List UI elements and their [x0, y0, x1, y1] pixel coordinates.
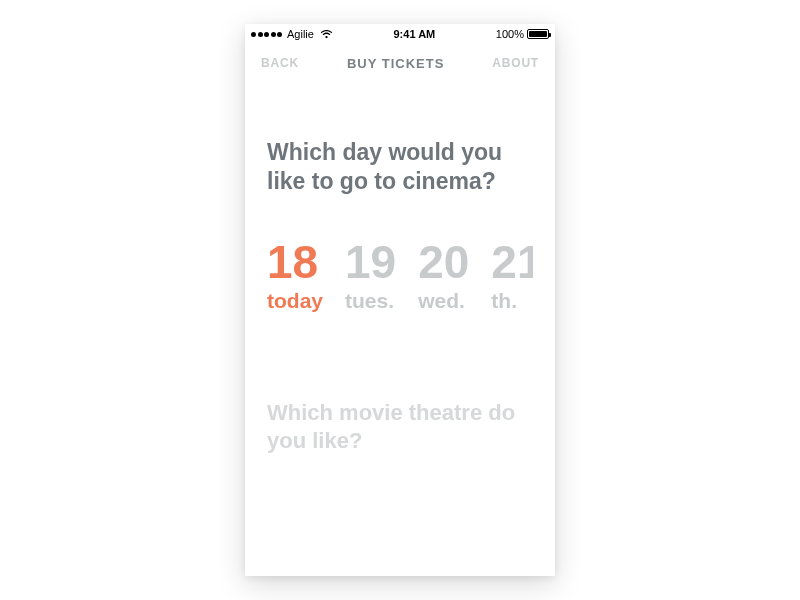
carrier-label: Agilie [287, 28, 314, 40]
day-number: 19 [345, 239, 396, 285]
page-title: BUY TICKETS [347, 56, 444, 71]
question-day: Which day would you like to go to cinema… [267, 138, 533, 197]
day-picker[interactable]: 18 today 19 tues. 20 wed. 21 th. [267, 239, 533, 313]
content: Which day would you like to go to cinema… [245, 138, 555, 456]
day-label: wed. [418, 289, 469, 313]
day-label: th. [491, 289, 533, 313]
status-time: 9:41 AM [393, 28, 435, 40]
day-number: 21 [491, 239, 533, 285]
battery-percent: 100% [496, 28, 524, 40]
battery-icon [527, 29, 549, 39]
day-label: today [267, 289, 323, 313]
day-number: 20 [418, 239, 469, 285]
day-number: 18 [267, 239, 323, 285]
day-label: tues. [345, 289, 396, 313]
nav-bar: BACK BUY TICKETS ABOUT [245, 44, 555, 82]
about-button[interactable]: ABOUT [492, 56, 539, 70]
back-button[interactable]: BACK [261, 56, 299, 70]
day-option-wed[interactable]: 20 wed. [418, 239, 469, 313]
phone-frame: Agilie 9:41 AM 100% BACK BUY TICKETS ABO… [245, 24, 555, 576]
status-bar: Agilie 9:41 AM 100% [245, 24, 555, 44]
day-option-thu[interactable]: 21 th. [491, 239, 533, 313]
status-right: 100% [496, 28, 549, 40]
question-theatre: Which movie theatre do you like? [267, 399, 533, 456]
wifi-icon [320, 30, 333, 39]
day-option-tues[interactable]: 19 tues. [345, 239, 396, 313]
signal-dots-icon [251, 32, 282, 37]
day-option-today[interactable]: 18 today [267, 239, 323, 313]
status-left: Agilie [251, 28, 333, 40]
